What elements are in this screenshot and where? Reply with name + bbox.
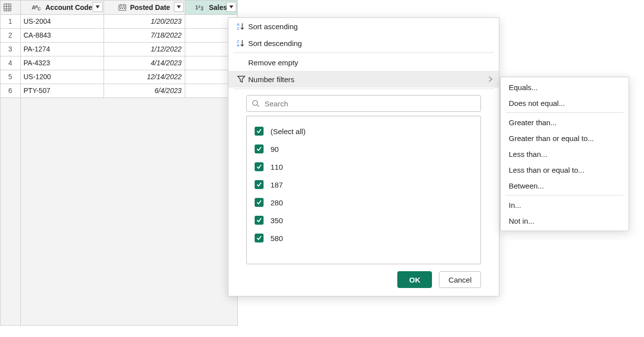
filter-value-label: 350 xyxy=(270,216,283,225)
grid-corner[interactable] xyxy=(0,0,20,14)
svg-text:3: 3 xyxy=(201,6,204,11)
remove-empty-item[interactable]: Remove empty xyxy=(228,54,499,71)
filter-value-label: 580 xyxy=(270,234,283,242)
menu-label: Remove empty xyxy=(248,58,298,67)
cell-posted-date[interactable]: 12/14/2022 xyxy=(104,70,185,84)
text-type-icon: ABC xyxy=(32,4,42,11)
filter-toggle[interactable] xyxy=(226,2,236,12)
chevron-down-icon xyxy=(96,5,100,8)
number-filter-option[interactable]: Not in... xyxy=(501,213,629,229)
cell-account-code[interactable]: US-1200 xyxy=(20,70,104,84)
checkbox-checked-icon xyxy=(255,198,264,207)
sort-asc-icon: AZ xyxy=(234,22,248,31)
row-number[interactable]: 4 xyxy=(0,56,20,70)
svg-rect-14 xyxy=(124,8,125,9)
number-filter-option[interactable]: Equals... xyxy=(501,79,629,95)
menu-label: Sort ascending xyxy=(248,22,298,31)
number-filter-option[interactable]: Less than... xyxy=(501,146,629,162)
search-icon xyxy=(252,99,260,107)
filter-value-row[interactable]: 90 xyxy=(251,140,477,158)
menu-separator xyxy=(233,52,494,53)
svg-text:Z: Z xyxy=(237,26,239,31)
number-filter-option[interactable]: In... xyxy=(501,197,629,213)
number-filters-item[interactable]: Number filters xyxy=(228,71,499,88)
number-filter-option[interactable]: Greater than... xyxy=(501,114,629,130)
svg-rect-13 xyxy=(122,8,123,9)
menu-label: Number filters xyxy=(248,75,294,84)
submenu-separator xyxy=(506,195,624,195)
filter-values-list[interactable]: (Select all) 90110187280350580 xyxy=(246,116,481,264)
filter-value-row[interactable]: 280 xyxy=(251,193,477,211)
chevron-down-icon xyxy=(229,5,233,8)
svg-text:C: C xyxy=(38,6,41,11)
row-number[interactable]: 1 xyxy=(0,14,20,28)
filter-value-row[interactable]: 110 xyxy=(251,158,477,176)
cell-posted-date[interactable]: 1/12/2022 xyxy=(104,42,185,56)
column-label: Sales xyxy=(209,3,227,11)
cell-posted-date[interactable]: 4/14/2023 xyxy=(104,56,185,70)
number-filter-option[interactable]: Does not equal... xyxy=(501,95,629,111)
cell-account-code[interactable]: CA-8843 xyxy=(20,28,104,42)
ok-button[interactable]: OK xyxy=(397,271,432,288)
search-input[interactable] xyxy=(264,99,476,108)
menu-separator xyxy=(233,89,494,89)
filter-toggle[interactable] xyxy=(93,2,103,12)
cell-posted-date[interactable]: 7/18/2022 xyxy=(104,28,185,42)
column-header-sales[interactable]: 123 Sales xyxy=(185,0,237,14)
number-filter-option[interactable]: Greater than or equal to... xyxy=(501,130,629,146)
column-filter-dropdown: AZ Sort ascending ZA Sort descending Rem… xyxy=(228,17,499,296)
row-number[interactable]: 3 xyxy=(0,42,20,56)
cell-account-code[interactable]: PTY-507 xyxy=(20,84,104,97)
data-grid: ABC Account Code Post xyxy=(0,0,238,326)
column-label: Posted Date xyxy=(130,3,170,11)
filter-value-row[interactable]: 350 xyxy=(251,211,477,229)
filter-toggle[interactable] xyxy=(174,2,184,12)
cell-account-code[interactable]: US-2004 xyxy=(20,14,104,28)
svg-point-22 xyxy=(253,100,258,105)
select-all-row[interactable]: (Select all) xyxy=(251,122,477,140)
cancel-button[interactable]: Cancel xyxy=(439,271,481,288)
checkbox-checked-icon xyxy=(255,234,264,242)
filter-value-label: 187 xyxy=(270,181,283,189)
number-filter-option[interactable]: Between... xyxy=(501,178,629,193)
menu-label: Sort descending xyxy=(248,39,302,48)
column-header-account-code[interactable]: ABC Account Code xyxy=(20,0,104,14)
svg-rect-0 xyxy=(4,4,11,11)
chevron-right-icon xyxy=(488,76,493,83)
button-label: Cancel xyxy=(448,276,472,284)
checkbox-checked-icon xyxy=(255,127,264,136)
filter-value-row[interactable]: 580 xyxy=(251,229,477,247)
sort-descending-item[interactable]: ZA Sort descending xyxy=(228,35,499,51)
sort-desc-icon: ZA xyxy=(234,39,248,48)
submenu-separator xyxy=(506,112,624,113)
cell-posted-date[interactable]: 1/20/2023 xyxy=(104,14,185,28)
checkbox-checked-icon xyxy=(255,216,264,225)
column-header-posted-date[interactable]: Posted Date xyxy=(104,0,185,14)
svg-line-23 xyxy=(257,105,259,107)
number-filter-option[interactable]: Less than or equal to... xyxy=(501,162,629,178)
button-label: OK xyxy=(409,276,421,284)
date-type-icon xyxy=(118,4,126,11)
row-number[interactable]: 5 xyxy=(0,70,20,84)
filter-value-row[interactable]: 187 xyxy=(251,176,477,193)
select-all-label: (Select all) xyxy=(270,127,306,136)
row-number[interactable]: 6 xyxy=(0,84,20,97)
row-number[interactable]: 2 xyxy=(0,28,20,42)
search-input-wrap[interactable] xyxy=(246,95,481,112)
filter-value-label: 110 xyxy=(270,163,283,171)
chevron-down-icon xyxy=(177,5,181,8)
cell-account-code[interactable]: PA-4323 xyxy=(20,56,104,70)
svg-rect-8 xyxy=(119,5,126,10)
checkbox-checked-icon xyxy=(255,144,264,153)
cell-posted-date[interactable]: 6/4/2023 xyxy=(104,84,185,97)
checkbox-checked-icon xyxy=(255,180,264,189)
sort-ascending-item[interactable]: AZ Sort ascending xyxy=(228,18,499,35)
funnel-icon xyxy=(234,75,248,84)
number-filters-submenu: Equals...Does not equal...Greater than..… xyxy=(500,77,629,231)
column-label: Account Code xyxy=(46,3,93,11)
filter-value-label: 90 xyxy=(270,145,279,153)
svg-text:A: A xyxy=(237,43,240,48)
checkbox-checked-icon xyxy=(255,162,264,171)
cell-account-code[interactable]: PA-1274 xyxy=(20,42,104,56)
svg-rect-12 xyxy=(120,8,121,9)
